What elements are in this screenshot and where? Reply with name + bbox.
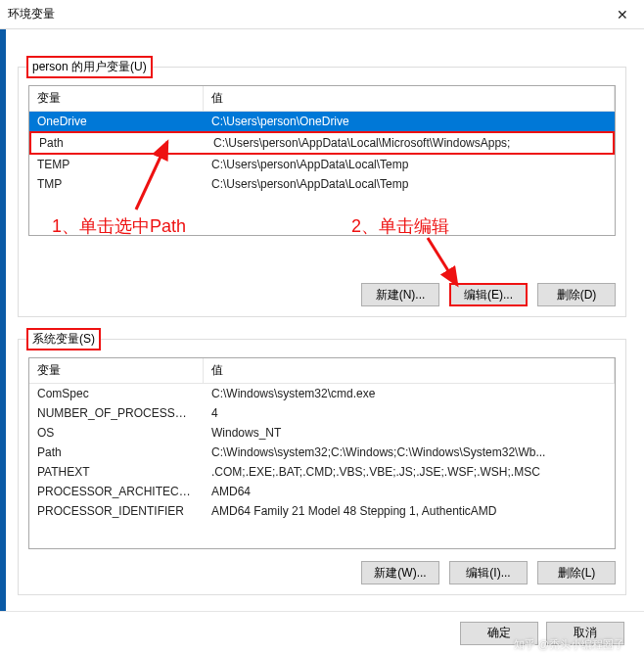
delete-button[interactable]: 删除(D)	[537, 283, 616, 306]
table-row[interactable]: TMP C:\Users\person\AppData\Local\Temp	[29, 174, 615, 194]
cell-var: OS	[29, 423, 204, 443]
cell-val: C:\Users\person\OneDrive	[204, 112, 615, 131]
table-row[interactable]: PROCESSOR_ARCHITECTURE AMD64	[29, 482, 615, 501]
user-vars-buttons: 新建(N)... 编辑(E)... 删除(D)	[28, 283, 616, 306]
cell-val: Windows_NT	[204, 423, 615, 443]
table-row[interactable]: ComSpec C:\Windows\system32\cmd.exe	[29, 384, 615, 403]
cell-val: C:\Windows\system32;C:\Windows;C:\Window…	[204, 443, 615, 462]
cell-val: C:\Users\person\AppData\Local\Microsoft\…	[206, 133, 613, 153]
ok-button[interactable]: 确定	[460, 622, 538, 645]
edit-button[interactable]: 编辑(E)...	[449, 283, 528, 306]
table-row[interactable]: Path C:\Windows\system32;C:\Windows;C:\W…	[29, 443, 615, 462]
cell-val: C:\Windows\system32\cmd.exe	[204, 384, 615, 403]
cell-var: Path	[29, 443, 204, 462]
user-vars-label: person 的用户变量(U)	[26, 56, 153, 78]
edit-button[interactable]: 编辑(I)...	[449, 561, 528, 584]
col-header-var[interactable]: 变量	[29, 86, 204, 111]
cell-var: PATHEXT	[29, 462, 204, 482]
cell-var: OneDrive	[29, 112, 204, 131]
user-vars-body: OneDrive C:\Users\person\OneDrive Path C…	[29, 112, 615, 235]
window-title: 环境变量	[8, 6, 55, 23]
table-row[interactable]: PROCESSOR_IDENTIFIER AMD64 Family 21 Mod…	[29, 501, 615, 521]
table-row[interactable]: Path C:\Users\person\AppData\Local\Micro…	[29, 131, 615, 155]
dialog-content: person 的用户变量(U) 变量 值 OneDrive C:\Users\p…	[0, 29, 644, 603]
table-row[interactable]: PATHEXT .COM;.EXE;.BAT;.CMD;.VBS;.VBE;.J…	[29, 462, 615, 482]
col-header-val[interactable]: 值	[204, 86, 615, 111]
cell-var: PROCESSOR_IDENTIFIER	[29, 501, 204, 521]
cell-val: AMD64	[204, 482, 615, 501]
table-row[interactable]: OneDrive C:\Users\person\OneDrive	[29, 112, 615, 131]
sys-vars-label: 系统变量(S)	[26, 328, 101, 350]
cell-var: TEMP	[29, 155, 204, 174]
cancel-button[interactable]: 取消	[546, 622, 624, 645]
cell-var: Path	[31, 133, 206, 153]
close-icon: ✕	[617, 7, 628, 23]
new-button[interactable]: 新建(N)...	[361, 283, 439, 306]
cell-val: 4	[204, 403, 615, 423]
cell-var: ComSpec	[29, 384, 204, 403]
cell-val: C:\Users\person\AppData\Local\Temp	[204, 155, 615, 174]
cell-val: AMD64 Family 21 Model 48 Stepping 1, Aut…	[204, 501, 615, 521]
col-header-val[interactable]: 值	[204, 358, 615, 383]
left-accent-bar	[0, 0, 6, 654]
delete-button[interactable]: 删除(L)	[537, 561, 616, 584]
cell-val: C:\Users\person\AppData\Local\Temp	[204, 174, 615, 194]
sys-vars-buttons: 新建(W)... 编辑(I)... 删除(L)	[28, 561, 616, 584]
cell-var: NUMBER_OF_PROCESSORS	[29, 403, 204, 423]
table-row[interactable]: OS Windows_NT	[29, 423, 615, 443]
close-button[interactable]: ✕	[600, 0, 644, 29]
cell-val: .COM;.EXE;.BAT;.CMD;.VBS;.VBE;.JS;.JSE;.…	[204, 462, 615, 482]
cell-var: PROCESSOR_ARCHITECTURE	[29, 482, 204, 501]
table-row[interactable]: NUMBER_OF_PROCESSORS 4	[29, 403, 615, 423]
sys-vars-group: 系统变量(S) 变量 值 ComSpec C:\Windows\system32…	[18, 339, 626, 595]
titlebar: 环境变量 ✕	[0, 0, 644, 29]
col-header-var[interactable]: 变量	[29, 358, 204, 383]
dialog-footer: 确定 取消	[0, 611, 644, 654]
sys-vars-body: ComSpec C:\Windows\system32\cmd.exe NUMB…	[29, 384, 615, 548]
table-row[interactable]: TEMP C:\Users\person\AppData\Local\Temp	[29, 155, 615, 174]
user-vars-group: person 的用户变量(U) 变量 值 OneDrive C:\Users\p…	[18, 67, 626, 317]
user-vars-header: 变量 值	[29, 86, 615, 112]
new-button[interactable]: 新建(W)...	[361, 561, 439, 584]
user-vars-table: 变量 值 OneDrive C:\Users\person\OneDrive P…	[28, 85, 616, 236]
cell-var: TMP	[29, 174, 204, 194]
sys-vars-header: 变量 值	[29, 358, 615, 384]
sys-vars-table: 变量 值 ComSpec C:\Windows\system32\cmd.exe…	[28, 357, 616, 549]
svg-line-1	[428, 238, 457, 285]
